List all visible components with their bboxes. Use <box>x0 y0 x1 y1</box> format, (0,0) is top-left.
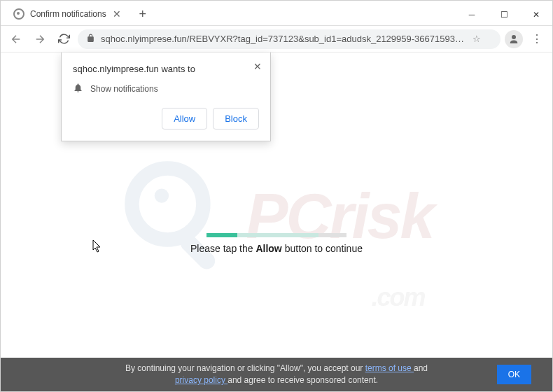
permission-title: sqhoc.nlyimprese.fun wants to <box>73 64 259 74</box>
bell-icon <box>73 83 83 95</box>
reload-button[interactable] <box>54 29 74 49</box>
globe-icon <box>13 8 24 20</box>
browser-window: Confirm notifications ✕ + ─ ☐ ✕ sqhoc.nl… <box>0 0 553 392</box>
footer-line1a: By continuing your navigation or clickin… <box>125 363 365 373</box>
progress-bar <box>206 233 346 237</box>
text-part2: button to continue <box>282 243 363 254</box>
ok-button[interactable]: OK <box>497 365 531 384</box>
permission-item: Show notifications <box>73 83 259 95</box>
watermark-subtext: .com <box>372 283 425 312</box>
permission-popup: sqhoc.nlyimprese.fun wants to ✕ Show not… <box>61 52 271 141</box>
tab-title: Confirm notifications <box>30 9 106 19</box>
allow-button[interactable]: Allow <box>162 108 207 130</box>
progress-fill-light <box>237 233 318 237</box>
forward-button[interactable] <box>30 29 50 49</box>
progress-fill <box>206 233 237 237</box>
consent-footer: By continuing your navigation or clickin… <box>1 358 552 391</box>
close-window-button[interactable]: ✕ <box>520 4 552 25</box>
bookmark-star-icon[interactable]: ☆ <box>472 34 492 44</box>
browser-tab[interactable]: Confirm notifications ✕ <box>6 3 129 25</box>
text-bold: Allow <box>255 243 281 254</box>
close-tab-icon[interactable]: ✕ <box>112 9 122 19</box>
footer-text: By continuing your navigation or clickin… <box>125 363 428 386</box>
menu-button[interactable]: ⋮ <box>527 32 547 46</box>
terms-link[interactable]: terms of use <box>365 363 414 373</box>
magnifier-icon <box>120 157 239 276</box>
privacy-link[interactable]: privacy policy <box>175 375 227 385</box>
footer-line2: and agree to receive sponsored content. <box>227 375 378 385</box>
titlebar: Confirm notifications ✕ + ─ ☐ ✕ <box>1 1 552 26</box>
page-content: PCrisk .com sqhoc.nlyimprese.fun wants t… <box>1 52 552 391</box>
watermark-text: PCrisk <box>246 180 433 252</box>
svg-point-2 <box>155 188 169 202</box>
profile-avatar[interactable] <box>505 30 523 48</box>
cursor-icon <box>92 239 102 253</box>
minimize-button[interactable]: ─ <box>456 4 488 25</box>
text-part1: Please tap the <box>190 243 255 254</box>
maximize-button[interactable]: ☐ <box>488 4 520 25</box>
instruction-text: Please tap the Allow button to continue <box>190 243 363 254</box>
address-bar: sqhoc.nlyimprese.fun/REBVYXR?tag_id=7371… <box>1 26 552 52</box>
window-controls: ─ ☐ ✕ <box>456 4 552 25</box>
svg-point-1 <box>132 169 203 240</box>
permission-actions: Allow Block <box>73 108 259 130</box>
url-text: sqhoc.nlyimprese.fun/REBVYXR?tag_id=7371… <box>101 34 467 44</box>
back-button[interactable] <box>6 29 26 49</box>
svg-point-0 <box>512 35 516 39</box>
close-popup-icon[interactable]: ✕ <box>253 61 262 72</box>
watermark: PCrisk .com <box>120 157 433 276</box>
url-box[interactable]: sqhoc.nlyimprese.fun/REBVYXR?tag_id=7371… <box>78 29 500 49</box>
block-button[interactable]: Block <box>213 108 259 130</box>
lock-icon <box>86 34 95 45</box>
permission-label: Show notifications <box>90 84 158 94</box>
new-tab-button[interactable]: + <box>133 4 153 24</box>
footer-line1b: and <box>414 363 428 373</box>
